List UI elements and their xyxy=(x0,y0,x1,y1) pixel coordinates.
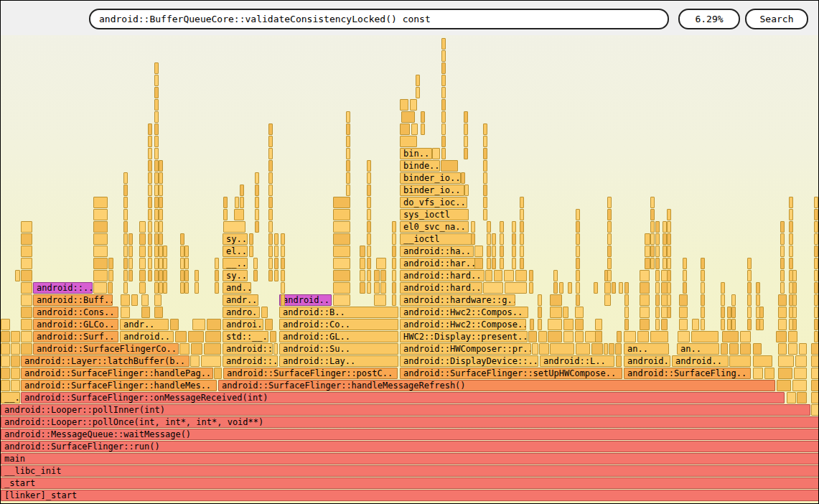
flame-frame-unlabeled[interactable] xyxy=(538,294,542,306)
flame-frame-unlabeled[interactable] xyxy=(148,136,152,147)
flame-frame-unlabeled[interactable] xyxy=(483,282,503,294)
flame-frame-unlabeled[interactable] xyxy=(333,270,350,281)
flame-frame-unlabeled[interactable] xyxy=(441,62,446,74)
flame-frame-unlabeled[interactable] xyxy=(159,221,163,233)
flame-frame-unlabeled[interactable] xyxy=(500,221,504,233)
flame-frame-unlabeled[interactable] xyxy=(159,197,163,208)
flame-frame-unlabeled[interactable] xyxy=(265,319,273,330)
flame-frame-unlabeled[interactable] xyxy=(392,233,396,245)
flame-frame-unlabeled[interactable] xyxy=(520,258,524,269)
flame-frame-unlabeled[interactable] xyxy=(624,319,629,330)
flame-frame-unlabeled[interactable] xyxy=(392,221,396,233)
flame-frame-unlabeled[interactable] xyxy=(788,331,797,342)
flame-frame-unlabeled[interactable] xyxy=(789,197,793,208)
flame-frame[interactable]: __.. xyxy=(223,258,248,269)
flame-frame[interactable]: std::__.. xyxy=(223,331,268,342)
search-input[interactable] xyxy=(89,9,669,29)
flame-frame-unlabeled[interactable] xyxy=(655,258,660,269)
flame-frame-unlabeled[interactable] xyxy=(249,233,253,245)
flame-frame-unlabeled[interactable] xyxy=(814,197,818,208)
flame-frame[interactable]: android::Lay.. xyxy=(279,355,398,367)
flame-frame-unlabeled[interactable] xyxy=(333,282,350,294)
flame-frame-unlabeled[interactable] xyxy=(184,282,189,294)
flame-frame-unlabeled[interactable] xyxy=(1,343,10,355)
flame-frame-unlabeled[interactable] xyxy=(268,185,273,196)
flame-frame-unlabeled[interactable] xyxy=(249,246,253,257)
flame-frame-unlabeled[interactable] xyxy=(753,343,762,355)
flame-frame-unlabeled[interactable] xyxy=(650,246,655,257)
flame-frame-unlabeled[interactable] xyxy=(1,331,10,342)
flame-frame-unlabeled[interactable] xyxy=(432,148,440,159)
flame-frame-unlabeled[interactable] xyxy=(11,380,20,391)
flame-frame-unlabeled[interactable] xyxy=(154,62,159,74)
flame-frame-unlabeled[interactable] xyxy=(814,258,818,269)
flame-frame-unlabeled[interactable] xyxy=(416,87,420,98)
flame-frame-unlabeled[interactable] xyxy=(650,258,655,269)
flame-frame-unlabeled[interactable] xyxy=(548,331,562,342)
flame-frame-unlabeled[interactable] xyxy=(617,331,622,342)
flame-frame-unlabeled[interactable] xyxy=(11,368,20,379)
flame-frame-unlabeled[interactable] xyxy=(811,392,819,403)
flame-frame-unlabeled[interactable] xyxy=(722,331,739,342)
flame-frame[interactable]: android::SurfaceFlinger::onMessageReceiv… xyxy=(21,392,785,403)
flame-frame-unlabeled[interactable] xyxy=(21,270,32,281)
flame-frame-unlabeled[interactable] xyxy=(401,111,415,123)
flame-frame-unlabeled[interactable] xyxy=(240,197,244,208)
flame-frame-unlabeled[interactable] xyxy=(667,258,671,269)
flame-frame-unlabeled[interactable] xyxy=(400,99,408,111)
flame-frame-unlabeled[interactable] xyxy=(607,246,612,257)
flame-frame-unlabeled[interactable] xyxy=(268,160,273,172)
flame-frame-unlabeled[interactable] xyxy=(360,270,365,281)
flame-frame-unlabeled[interactable] xyxy=(667,233,671,245)
flame-frame[interactable]: android::.. xyxy=(223,355,278,367)
flame-frame-unlabeled[interactable] xyxy=(721,294,725,306)
flame-frame-unlabeled[interactable] xyxy=(701,270,705,281)
flame-frame[interactable]: __libc_init xyxy=(1,465,819,477)
flame-frame-unlabeled[interactable] xyxy=(461,172,465,184)
flame-frame-unlabeled[interactable] xyxy=(367,209,371,220)
flame-frame-unlabeled[interactable] xyxy=(93,246,108,257)
flame-frame-unlabeled[interactable] xyxy=(721,282,725,294)
flame-frame-unlabeled[interactable] xyxy=(1,319,10,330)
flame-frame-unlabeled[interactable] xyxy=(148,246,152,257)
flame-frame-unlabeled[interactable] xyxy=(794,368,807,379)
flame-frame-unlabeled[interactable] xyxy=(576,343,590,355)
flame-frame-unlabeled[interactable] xyxy=(594,282,598,294)
flame-frame-unlabeled[interactable] xyxy=(797,392,807,403)
flame-frame-unlabeled[interactable] xyxy=(792,270,797,281)
flame-frame-unlabeled[interactable] xyxy=(528,331,537,342)
flame-frame-unlabeled[interactable] xyxy=(131,294,138,306)
flame-frame-unlabeled[interactable] xyxy=(123,209,128,220)
flame-frame-unlabeled[interactable] xyxy=(148,233,152,245)
flame-frame-unlabeled[interactable] xyxy=(21,246,32,257)
flame-frame-unlabeled[interactable] xyxy=(655,221,660,233)
flame-frame-unlabeled[interactable] xyxy=(512,258,516,269)
flame-frame-unlabeled[interactable] xyxy=(188,331,204,342)
flame-frame-unlabeled[interactable] xyxy=(441,87,446,98)
flame-frame[interactable]: android::Layer::latchBuffer(b.. xyxy=(21,355,189,367)
flame-frame-unlabeled[interactable] xyxy=(811,368,819,379)
flame-frame-unlabeled[interactable] xyxy=(667,270,671,281)
flame-frame[interactable]: andr.. xyxy=(223,294,258,306)
flame-frame[interactable]: main xyxy=(1,453,819,465)
flame-frame-unlabeled[interactable] xyxy=(492,233,496,245)
flame-frame-unlabeled[interactable] xyxy=(255,172,259,184)
flame-frame-unlabeled[interactable] xyxy=(747,270,752,281)
flame-frame-unlabeled[interactable] xyxy=(170,319,179,330)
flame-frame[interactable]: binde.. xyxy=(400,160,440,172)
flame-frame-unlabeled[interactable] xyxy=(789,246,793,257)
flame-frame[interactable]: android::hardware::g.. xyxy=(400,294,515,306)
flame-frame-unlabeled[interactable] xyxy=(148,270,152,281)
flame-frame-unlabeled[interactable] xyxy=(333,209,350,220)
flame-frame-unlabeled[interactable] xyxy=(333,246,350,257)
flame-frame[interactable]: android::B.. xyxy=(279,307,398,318)
flame-frame-unlabeled[interactable] xyxy=(538,331,547,342)
flame-frame-unlabeled[interactable] xyxy=(421,111,425,123)
flame-frame-unlabeled[interactable] xyxy=(683,270,687,281)
flame-frame-unlabeled[interactable] xyxy=(487,233,491,245)
flame-frame-unlabeled[interactable] xyxy=(792,282,797,294)
flame-frame[interactable]: android::SurfaceFlinger::setUpHWCompose.… xyxy=(400,368,622,379)
flame-frame-unlabeled[interactable] xyxy=(667,221,671,233)
flame-frame-unlabeled[interactable] xyxy=(139,270,146,281)
flame-frame-unlabeled[interactable] xyxy=(270,331,276,342)
